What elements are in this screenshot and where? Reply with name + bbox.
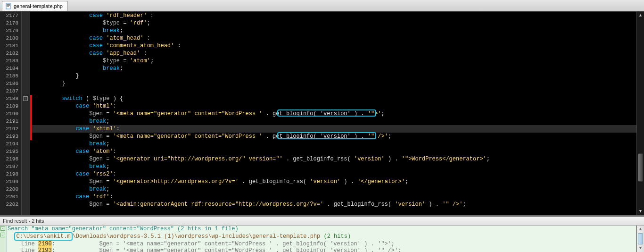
find-results-panel[interactable]: - - Search "meta name="generator" conten… <box>0 226 636 252</box>
file-icon <box>5 3 12 9</box>
search-summary: Search "meta name="generator" content="W… <box>8 226 636 232</box>
scroll-up-icon[interactable]: ▲ <box>637 12 644 19</box>
find-result-label: Find result - 2 hits <box>3 218 44 224</box>
line-number: 2192 <box>0 125 18 133</box>
line-number: 2177 <box>0 12 18 19</box>
code-line[interactable]: } <box>32 80 636 87</box>
svg-rect-2 <box>7 5 10 6</box>
line-number: 2183 <box>0 57 18 65</box>
code-line[interactable]: case 'html': <box>32 102 636 110</box>
code-line[interactable]: break; <box>32 118 636 125</box>
line-number: 2199 <box>0 178 18 185</box>
code-line[interactable]: case 'comments_atom_head' : <box>32 42 636 50</box>
line-number: 2179 <box>0 27 18 34</box>
line-number: 2182 <box>0 50 18 57</box>
code-line[interactable]: case 'rdf': <box>32 193 636 201</box>
file-tab-label: general-template.php <box>14 3 63 9</box>
line-number: 2198 <box>0 170 18 178</box>
line-number: 2195 <box>0 148 18 155</box>
line-number: 2178 <box>0 19 18 27</box>
editor-scrollbar[interactable]: ▲ ▼ <box>636 12 644 215</box>
code-line[interactable]: case 'xhtml': <box>32 125 636 133</box>
code-line[interactable]: case 'atom_head' : <box>32 34 636 42</box>
line-number: 2202 <box>0 201 18 208</box>
code-line[interactable]: break; <box>32 140 636 148</box>
code-line[interactable]: switch ( $type ) { <box>32 95 636 102</box>
svg-rect-1 <box>7 4 10 5</box>
find-result-header: Find result - 2 hits <box>0 217 644 226</box>
code-line[interactable]: case 'rss2': <box>32 170 636 178</box>
code-line[interactable]: break; <box>32 163 636 170</box>
line-number: 2190 <box>0 110 18 118</box>
line-number: 2196 <box>0 155 18 163</box>
line-number: 2201 <box>0 193 18 201</box>
scroll-up-icon[interactable]: ▲ <box>637 226 644 233</box>
code-line[interactable]: $type = 'rdf'; <box>32 19 636 27</box>
fold-collapse-icon[interactable]: - <box>0 233 5 237</box>
code-line[interactable]: $gen = '<meta name="generator" content="… <box>32 110 636 118</box>
line-number: 2181 <box>0 42 18 50</box>
line-number: 2184 <box>0 65 18 72</box>
code-line[interactable]: case 'atom': <box>32 148 636 155</box>
line-number: 2194 <box>0 140 18 148</box>
line-number: 2191 <box>0 118 18 125</box>
line-number: 2189 <box>0 102 18 110</box>
code-line[interactable]: case 'app_head' : <box>32 50 636 57</box>
code-line[interactable]: } <box>32 72 636 80</box>
scroll-thumb[interactable] <box>638 153 643 182</box>
scroll-down-icon[interactable]: ▼ <box>637 244 644 252</box>
file-result-header[interactable]: C:\Users\ankit.m\Downloads\wordpress-3.5… <box>8 232 636 241</box>
line-number-gutter: 2177217821792180218121822183218421852186… <box>0 12 22 215</box>
fold-margin[interactable]: - <box>22 12 30 215</box>
result-line-number: 2190 <box>38 241 52 247</box>
code-line[interactable]: case 'rdf_header' : <box>32 12 636 19</box>
tab-bar: general-template.php <box>0 0 644 11</box>
file-path-highlight: C:\Users\ankit.m <box>14 232 72 241</box>
fold-toggle-icon[interactable]: - <box>23 96 28 101</box>
code-line[interactable]: $gen = '<admin:generatorAgent rdf:resour… <box>32 201 636 208</box>
code-line[interactable]: $gen = '<generator uri="http://wordpress… <box>32 155 636 163</box>
result-line[interactable]: Line 2190: $gen = '<meta name="generator… <box>8 241 636 247</box>
line-number: 2185 <box>0 72 18 80</box>
results-fold-margin[interactable]: - - <box>0 226 7 252</box>
result-line[interactable]: Line 2193: $gen = '<meta name="generator… <box>8 247 636 252</box>
scroll-thumb[interactable] <box>638 233 643 244</box>
line-number: 2186 <box>0 80 18 87</box>
code-line[interactable]: break; <box>32 27 636 34</box>
code-editor[interactable]: case 'rdf_header' : $type = 'rdf'; break… <box>32 12 636 215</box>
editor-pane: 2177217821792180218121822183218421852186… <box>0 11 644 215</box>
code-line[interactable]: break; <box>32 185 636 193</box>
line-number: 2180 <box>0 34 18 42</box>
scroll-down-icon[interactable]: ▼ <box>637 208 644 215</box>
fold-collapse-icon[interactable]: - <box>0 226 5 231</box>
line-number: 2188 <box>0 95 18 102</box>
svg-rect-3 <box>7 6 9 7</box>
code-line[interactable]: break; <box>32 65 636 72</box>
file-tab[interactable]: general-template.php <box>2 1 68 11</box>
code-line[interactable] <box>32 87 636 95</box>
code-line[interactable]: $gen = '<generator>http://wordpress.org/… <box>32 178 636 185</box>
line-number: 2193 <box>0 133 18 140</box>
results-scrollbar[interactable]: ▲ ▼ <box>636 226 644 252</box>
code-line[interactable]: $type = 'atom'; <box>32 57 636 65</box>
line-number: 2197 <box>0 163 18 170</box>
line-number: 2187 <box>0 87 18 95</box>
result-line-number: 2193 <box>38 247 52 252</box>
line-number: 2200 <box>0 185 18 193</box>
code-line[interactable]: $gen = '<meta name="generator" content="… <box>32 133 636 140</box>
